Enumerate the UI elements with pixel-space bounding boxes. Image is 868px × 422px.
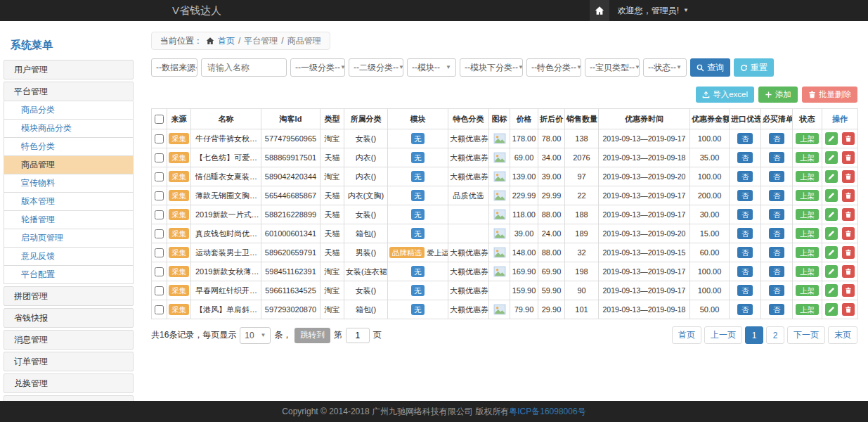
row-checkbox[interactable] [155, 286, 164, 295]
sidebar-item[interactable]: 兑换管理 [4, 373, 134, 393]
delete-button[interactable] [842, 303, 855, 316]
status-button[interactable]: 上架 [796, 171, 819, 183]
import-excel-button[interactable]: 导入excel [696, 87, 754, 103]
status-select[interactable]: --状态-- ▼ [643, 58, 687, 77]
row-checkbox[interactable] [155, 229, 164, 238]
delete-button[interactable] [842, 246, 855, 259]
pager-prev[interactable]: 上一页 [704, 326, 742, 344]
sidebar-item[interactable]: 订单管理 [4, 352, 134, 371]
pager-page[interactable]: 1 [745, 326, 763, 344]
delete-button[interactable] [842, 151, 855, 164]
category1-select[interactable]: --一级分类-- ▼ [290, 58, 345, 77]
delete-button[interactable] [842, 265, 855, 278]
feature-category-select[interactable]: --特色分类-- ▼ [526, 58, 581, 77]
status-button[interactable]: 上架 [796, 133, 819, 145]
name-search-input[interactable] [201, 58, 287, 77]
batch-delete-button[interactable]: 批量删除 [802, 87, 857, 103]
jump-page-input[interactable] [346, 328, 370, 343]
item-type-select[interactable]: --宝贝类型-- ▼ [585, 58, 640, 77]
import-select-toggle[interactable]: 否 [737, 304, 753, 316]
row-checkbox[interactable] [155, 153, 164, 162]
edit-button[interactable] [825, 151, 838, 164]
must-buy-toggle[interactable]: 否 [769, 133, 785, 145]
sidebar-item[interactable]: 轮播管理 [4, 211, 134, 229]
select-all-checkbox[interactable] [155, 115, 164, 124]
pager-next[interactable]: 下一页 [787, 326, 825, 344]
row-checkbox[interactable] [155, 172, 164, 181]
edit-button[interactable] [825, 132, 838, 145]
edit-button[interactable] [825, 189, 838, 202]
search-button[interactable]: 查询 [690, 58, 730, 77]
sidebar-item[interactable]: 平台管理 [4, 82, 134, 101]
import-select-toggle[interactable]: 否 [737, 190, 753, 202]
sidebar-item[interactable]: 意见反馈 [4, 248, 134, 266]
edit-button[interactable] [825, 284, 838, 297]
sidebar-item[interactable]: 平台配置 [4, 266, 134, 284]
category2-select[interactable]: --二级分类-- ▼ [349, 58, 403, 77]
import-select-toggle[interactable]: 否 [737, 133, 753, 145]
import-select-toggle[interactable]: 否 [737, 285, 753, 297]
add-button[interactable]: 添加 [758, 87, 798, 103]
must-buy-toggle[interactable]: 否 [769, 209, 785, 221]
module-sub-select[interactable]: --模块下分类-- ▼ [460, 58, 523, 77]
row-checkbox[interactable] [155, 191, 164, 200]
must-buy-toggle[interactable]: 否 [769, 247, 785, 259]
sidebar-item[interactable]: 拼团管理 [4, 286, 134, 306]
sidebar-item[interactable]: 省钱快报 [4, 308, 134, 328]
sidebar-item[interactable]: 商品管理 [4, 156, 134, 174]
sidebar-item[interactable]: 启动页管理 [4, 229, 134, 248]
sidebar-item[interactable]: 模块商品分类 [4, 120, 134, 138]
module-select[interactable]: --模块-- ▼ [407, 58, 456, 77]
delete-button[interactable] [842, 208, 855, 221]
pager-first[interactable]: 首页 [672, 326, 701, 344]
must-buy-toggle[interactable]: 否 [769, 152, 785, 164]
icp-link[interactable]: 粤ICP备16098006号 [509, 406, 585, 418]
import-select-toggle[interactable]: 否 [737, 266, 753, 278]
status-button[interactable]: 上架 [796, 304, 819, 316]
sidebar-item[interactable]: 商品分类 [4, 101, 134, 120]
data-source-select[interactable]: --数据来源-- ▼ [151, 58, 197, 77]
import-select-toggle[interactable]: 否 [737, 209, 753, 221]
sidebar-item[interactable]: 版本管理 [4, 193, 134, 211]
sidebar-item[interactable]: 宣传物料 [4, 174, 134, 193]
jump-button[interactable]: 跳转到 [294, 328, 330, 343]
import-select-toggle[interactable]: 否 [737, 171, 753, 183]
delete-button[interactable] [842, 227, 855, 240]
pager-page[interactable]: 2 [766, 326, 784, 344]
sidebar-item[interactable]: 用户管理 [4, 60, 134, 79]
status-button[interactable]: 上架 [796, 190, 819, 202]
status-button[interactable]: 上架 [796, 209, 819, 221]
breadcrumb-home-link[interactable]: 首页 [218, 35, 235, 47]
row-checkbox[interactable] [155, 134, 164, 143]
status-button[interactable]: 上架 [796, 266, 819, 278]
reset-button[interactable]: 重置 [734, 58, 774, 77]
edit-button[interactable] [825, 227, 838, 240]
must-buy-toggle[interactable]: 否 [769, 228, 785, 240]
edit-button[interactable] [825, 170, 838, 183]
delete-button[interactable] [842, 132, 855, 145]
sidebar-item[interactable]: 特色分类 [4, 138, 134, 156]
edit-button[interactable] [825, 246, 838, 259]
delete-button[interactable] [842, 170, 855, 183]
import-select-toggle[interactable]: 否 [737, 152, 753, 164]
user-menu[interactable]: 欢迎您，管理员! ▼ [618, 5, 689, 17]
per-page-select[interactable]: 10 ▼ [240, 327, 271, 344]
edit-button[interactable] [825, 303, 838, 316]
must-buy-toggle[interactable]: 否 [769, 190, 785, 202]
delete-button[interactable] [842, 189, 855, 202]
must-buy-toggle[interactable]: 否 [769, 304, 785, 316]
delete-button[interactable] [842, 284, 855, 297]
must-buy-toggle[interactable]: 否 [769, 266, 785, 278]
status-button[interactable]: 上架 [796, 247, 819, 259]
import-select-toggle[interactable]: 否 [737, 228, 753, 240]
pager-last[interactable]: 末页 [828, 326, 857, 344]
row-checkbox[interactable] [155, 305, 164, 314]
row-checkbox[interactable] [155, 210, 164, 219]
must-buy-toggle[interactable]: 否 [769, 285, 785, 297]
edit-button[interactable] [825, 208, 838, 221]
edit-button[interactable] [825, 265, 838, 278]
sidebar-item[interactable]: 消息管理 [4, 330, 134, 350]
status-button[interactable]: 上架 [796, 152, 819, 164]
row-checkbox[interactable] [155, 267, 164, 276]
import-select-toggle[interactable]: 否 [737, 247, 753, 259]
